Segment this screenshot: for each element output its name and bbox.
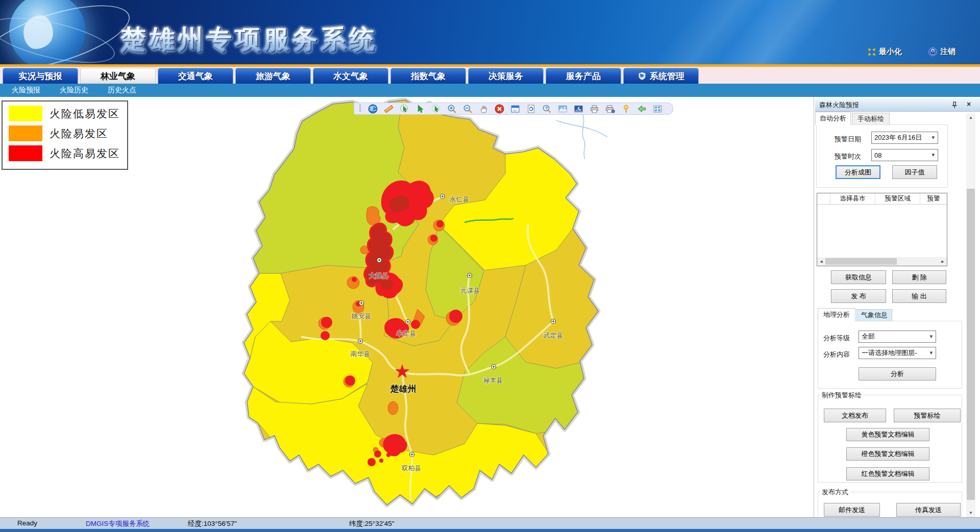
submenu-fire-risk-forecast[interactable]: 火险预报 xyxy=(12,86,40,95)
email-send-button[interactable]: 邮件发送 xyxy=(824,503,880,517)
select-polygon-icon[interactable] xyxy=(399,104,409,114)
scroll-up-icon[interactable]: ▲ xyxy=(966,113,975,122)
tab-traffic-weather[interactable]: 交通气象 xyxy=(158,68,233,84)
tab-service-products[interactable]: 服务产品 xyxy=(546,68,621,84)
app-banner: 楚雄州专项服务系统 最小化 注销 xyxy=(0,0,980,64)
table-header-county: 选择县市 xyxy=(830,193,875,204)
pin-icon[interactable] xyxy=(950,101,959,109)
table-header-warning: 预警 xyxy=(920,193,947,204)
red-warning-doc-button[interactable]: 红色预警文档编辑 xyxy=(846,467,929,480)
legend-row: 火险高易发区 xyxy=(9,145,127,161)
scroll-left-icon[interactable]: ◀ xyxy=(817,257,825,266)
get-info-button[interactable]: 获取信息 xyxy=(831,270,886,284)
print-setup-icon[interactable] xyxy=(605,104,615,114)
county-label-nanhua: 南华县 xyxy=(351,350,371,358)
doc-publish-button[interactable]: 文档发布 xyxy=(824,409,886,422)
delete-button[interactable]: 删 除 xyxy=(892,270,946,284)
tab-decision-service[interactable]: 决策服务 xyxy=(468,68,544,84)
logout-button[interactable]: 注销 xyxy=(928,47,955,57)
table-hscrollbar[interactable]: ◀ ▶ xyxy=(817,257,947,266)
map-toolbar: ? xyxy=(354,103,673,115)
status-latitude: 纬度:25°32'45" xyxy=(349,519,395,528)
night-view-icon[interactable] xyxy=(573,104,583,114)
map-canvas[interactable]: 火险低易发区 火险易发区 火险高易发区 xyxy=(0,97,813,517)
minimize-icon xyxy=(868,48,876,56)
analysis-content-combo[interactable]: 一请选择地理图层- ▾ xyxy=(859,347,936,359)
identify-icon[interactable]: ? xyxy=(542,104,552,114)
tab-manual-plot[interactable]: 手动标绘 xyxy=(852,113,890,125)
print-icon[interactable] xyxy=(589,104,599,114)
warn-date-label: 预警日期 xyxy=(835,135,861,144)
refresh-page-icon[interactable] xyxy=(526,104,536,114)
toolbar-grip[interactable] xyxy=(359,105,361,113)
window-view-icon[interactable] xyxy=(510,104,520,114)
legend-swatch-low xyxy=(9,106,42,121)
analysis-level-combo[interactable]: 全部 ▾ xyxy=(859,331,936,343)
forest-fire-panel: 森林火险预报 × 自动分析 手动标绘 预警日期 2023年 6月16日 ▾ 预警… xyxy=(815,99,980,517)
panel-title: 森林火险预报 xyxy=(819,100,859,110)
publish-button[interactable]: 发 布 xyxy=(831,289,886,303)
tab-hydro-weather[interactable]: 水文气象 xyxy=(313,68,388,84)
panel-scrollbar[interactable]: ▲ ▼ xyxy=(966,113,975,517)
county-label-mouding: 牟定县 xyxy=(397,330,416,337)
warning-table[interactable]: 选择县市 预警区域 预警 ◀ ▶ xyxy=(817,193,947,266)
map-tiles-icon[interactable] xyxy=(652,104,663,114)
warn-time-combo[interactable]: 08 ▾ xyxy=(871,149,938,161)
warn-date-value: 2023年 6月16日 xyxy=(874,133,922,142)
orange-warning-doc-button[interactable]: 橙色预警文档编辑 xyxy=(846,447,929,461)
scroll-right-icon[interactable]: ▶ xyxy=(939,257,947,266)
chevron-down-icon: ▾ xyxy=(929,349,933,356)
zoom-out-icon[interactable] xyxy=(462,104,473,114)
county-label-lufeng: 禄丰县 xyxy=(483,376,503,384)
tab-auto-analysis[interactable]: 自动分析 xyxy=(815,112,851,125)
image-view-icon[interactable] xyxy=(557,104,568,114)
submenu-fire-risk-history[interactable]: 火险历史 xyxy=(60,86,88,95)
minimize-button[interactable]: 最小化 xyxy=(868,47,902,57)
warning-table-header: 选择县市 预警区域 预警 xyxy=(817,193,947,205)
close-icon[interactable]: × xyxy=(965,100,973,109)
status-system-link[interactable]: DMGIS专项服务系统 xyxy=(86,519,150,528)
status-bar: Ready DMGIS专项服务系统 经度:103°56'57" 纬度:25°32… xyxy=(0,517,980,529)
tab-realtime-forecast[interactable]: 实况与预报 xyxy=(3,68,78,84)
panel-divider xyxy=(814,97,814,517)
status-ready: Ready xyxy=(17,519,37,527)
nav-tabbar: 实况与预报 林业气象 交通气象 旅游气象 水文气象 指数气象 决策服务 服务产品… xyxy=(0,67,980,84)
tab-forestry-weather[interactable]: 林业气象 xyxy=(80,68,156,84)
back-arrow-icon[interactable] xyxy=(636,104,647,114)
fire-risk-map[interactable]: 永仁县 元谋县 大姚县 姚安县 武定县 牟定县 南华县 禄丰县 双柏县 楚雄州 xyxy=(199,97,607,517)
shield-icon xyxy=(638,71,647,81)
select-arrow-icon[interactable] xyxy=(415,104,425,114)
ruler-icon[interactable] xyxy=(383,104,394,114)
hscroll-thumb[interactable] xyxy=(825,258,897,265)
warn-time-value: 08 xyxy=(874,151,881,159)
tab-index-weather[interactable]: 指数气象 xyxy=(390,68,466,84)
county-label-wuding: 武定县 xyxy=(543,332,564,339)
legend-label-high: 火险高易发区 xyxy=(50,146,120,161)
yellow-warning-doc-button[interactable]: 黄色预警文档编辑 xyxy=(846,428,929,441)
pan-hand-icon[interactable] xyxy=(478,104,488,114)
fax-send-button[interactable]: 传真发送 xyxy=(896,503,961,517)
tab-weather-info[interactable]: 气象信息 xyxy=(856,309,892,321)
chevron-down-icon: ▾ xyxy=(932,151,935,158)
factor-value-button[interactable]: 因子值 xyxy=(892,165,937,179)
globe-icon[interactable] xyxy=(368,104,378,114)
tab-geo-analysis[interactable]: 地理分析 xyxy=(818,308,855,321)
tab-tourism-weather[interactable]: 旅游气象 xyxy=(235,68,311,84)
zoom-in-icon[interactable] xyxy=(447,104,457,114)
export-button[interactable]: 输 出 xyxy=(892,289,946,303)
analyze-button[interactable]: 分析 xyxy=(859,367,936,381)
warn-plot-button[interactable]: 预警标绘 xyxy=(894,409,961,422)
submenu-historical-fire-points[interactable]: 历史火点 xyxy=(108,86,136,95)
table-header-select xyxy=(817,193,830,204)
county-label-dayao: 大姚县 xyxy=(369,272,389,280)
analysis-content-value: 一请选择地理图层- xyxy=(862,348,927,358)
scroll-down-icon[interactable]: ▼ xyxy=(966,509,975,517)
analyze-map-button[interactable]: 分析成图 xyxy=(836,165,880,179)
pin-marker-icon[interactable] xyxy=(621,104,631,114)
submenu-bar: 火险预报 火险历史 历史火点 xyxy=(0,84,980,97)
tab-system-management[interactable]: 系统管理 xyxy=(623,68,699,84)
vscroll-thumb[interactable] xyxy=(967,189,975,500)
select-lasso-icon[interactable] xyxy=(431,104,441,114)
stop-icon[interactable] xyxy=(494,104,504,114)
warn-date-combo[interactable]: 2023年 6月16日 ▾ xyxy=(871,132,938,144)
